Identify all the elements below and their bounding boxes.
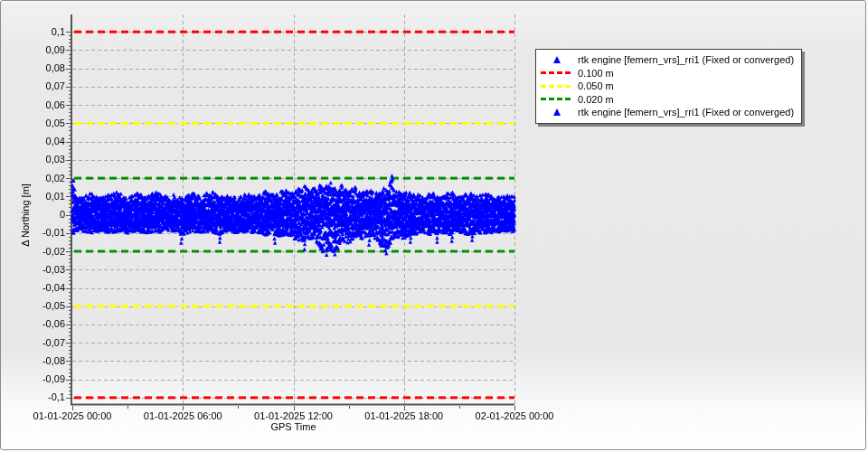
legend-triangle-marker-icon [538,108,576,116]
legend-item-label: rtk engine [femern_vrs]_rri1 (Fixed or c… [576,107,794,118]
y-tick-label: -0,06 [24,318,65,330]
y-axis-title: Δ Northing [m] [20,156,33,274]
triangle-icon [553,108,561,116]
x-axis-title: GPS Time [72,421,514,432]
y-tick-label: 0,06 [24,99,65,111]
y-tick-label: -0,05 [24,300,65,312]
dash-line-icon [541,98,573,100]
chart-window: 0,10,090,080,070,060,050,040,030,020,010… [0,0,866,450]
legend-dash-line-icon [538,85,576,88]
y-tick-label: 0,09 [24,44,65,56]
y-tick-label: 0,04 [24,136,65,147]
y-tick-label: -0,04 [24,282,65,294]
y-tick-label: 0,08 [24,62,65,74]
legend-dash-line-icon [538,98,576,100]
y-tick-label: -0,08 [24,355,65,367]
legend-item: 0.020 m [538,93,794,107]
legend-item-label: 0.020 m [576,94,614,105]
legend-triangle-marker-icon [538,56,576,63]
dash-line-icon [541,71,573,74]
y-tick-label: -0,09 [24,373,65,385]
legend-item-label: 0.050 m [576,80,614,91]
legend-item: rtk engine [femern_vrs]_rri1 (Fixed or c… [538,106,794,119]
legend-item: 0.050 m [538,80,794,93]
y-tick-label: 0,05 [24,118,65,129]
legend-item: rtk engine [femern_vrs]_rri1 (Fixed or c… [538,53,794,67]
y-tick-label: 0,07 [24,80,65,92]
legend: rtk engine [femern_vrs]_rri1 (Fixed or c… [535,49,802,124]
triangle-icon [553,56,561,63]
y-tick-label: 0,1 [24,26,65,38]
legend-item-label: 0.100 m [576,68,614,79]
legend-dash-line-icon [538,71,576,74]
legend-item-label: rtk engine [femern_vrs]_rri1 (Fixed or c… [576,54,794,65]
y-tick-label: -0,1 [24,391,65,403]
y-tick-label: -0,07 [24,337,65,349]
legend-item: 0.100 m [538,67,794,80]
dash-line-icon [541,85,573,88]
